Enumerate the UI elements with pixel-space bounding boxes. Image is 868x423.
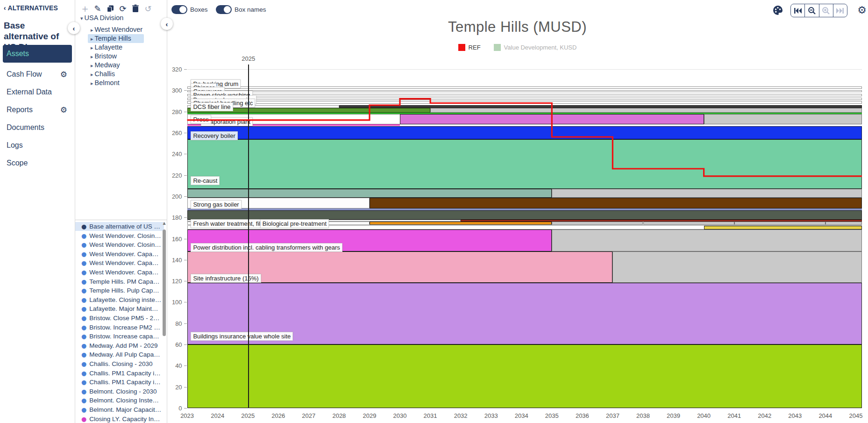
box-orange-row[interactable] [643, 222, 734, 225]
box-power-distribution[interactable] [552, 229, 862, 251]
palette-button[interactable] [772, 4, 784, 16]
skip-end-icon [836, 7, 844, 14]
tree-item-label: Belmont [95, 79, 120, 86]
box-dcs-fiber-line[interactable] [430, 108, 862, 113]
zoom-out-icon [808, 7, 816, 15]
gear-icon[interactable]: ⚙ [60, 70, 67, 79]
box-brown-stock-washing[interactable] [187, 98, 862, 100]
sidebar-item-reports[interactable]: Reports⚙ [0, 101, 75, 119]
copy-icon[interactable] [105, 3, 116, 14]
tree-item-medway[interactable]: ▸Medway [88, 61, 123, 70]
list-item[interactable]: ●Temple Hills. Pulp Cap… [75, 286, 164, 295]
box-re-caust-lower[interactable] [552, 189, 862, 198]
sidebar-item-assets[interactable]: Assets [3, 45, 72, 63]
list-item-label: Challis. PM1 Capacity i… [89, 379, 160, 386]
list-item[interactable]: ●West Wendover. Capa… [75, 268, 164, 277]
zoom-in-button[interactable] [819, 4, 833, 17]
bullet-icon: ● [81, 342, 86, 349]
tree-item-west-wendover[interactable]: ▸West Wendover [88, 25, 145, 34]
list-item[interactable]: ●West Wendover. Capa… [75, 250, 164, 258]
box-orange-row[interactable] [552, 222, 643, 225]
sidebar-item-scope[interactable]: Scope [0, 154, 75, 172]
settings-button[interactable]: ⚙ [855, 3, 868, 16]
box-site-infrastructure[interactable] [612, 251, 861, 283]
scroll-up-icon[interactable]: ▲ [162, 221, 166, 225]
box-chipper[interactable] [187, 90, 862, 93]
box-evaporation-plant[interactable] [400, 114, 704, 124]
tree-collapse-button[interactable]: ‹ [161, 18, 173, 30]
box-recovery-boiler[interactable] [187, 126, 862, 139]
list-item[interactable]: ●Bristow. Increase capa… [75, 332, 164, 341]
list-item[interactable]: ●West Wendover. Closin… [75, 240, 164, 249]
skip-to-end-button[interactable] [833, 4, 847, 17]
list-item[interactable]: ●Medway. Add PM - 2029 [75, 341, 164, 350]
box-strong-gas-boiler[interactable] [370, 198, 862, 208]
list-item[interactable]: ●Belmont. Major Capacit… [75, 405, 164, 414]
tree-item-lafayette[interactable]: ▸Lafayette [88, 43, 125, 52]
x-tick-label: 2036 [568, 412, 596, 419]
undo-icon[interactable]: ↺ [142, 3, 154, 14]
toggle-boxes[interactable] [171, 5, 187, 14]
sidebar-item-cash-flow[interactable]: Cash Flow⚙ [0, 65, 75, 83]
bullet-icon: ● [81, 259, 86, 266]
sidebar-collapse-button[interactable]: ‹ [68, 22, 80, 34]
gear-icon[interactable]: ⚙ [60, 105, 67, 115]
list-item[interactable]: ●Temple Hills. PM Capa… [75, 277, 164, 286]
list-item[interactable]: ●Challis. Closing - 2030 [75, 359, 164, 368]
add-icon[interactable]: + [79, 3, 91, 14]
box-re-caust-lower[interactable] [187, 189, 552, 198]
list-item[interactable]: ●Closing LY. Capacity In… [75, 415, 164, 423]
list-item-label: Belmont. Major Capacit… [89, 406, 161, 413]
box-dark-olive-band[interactable] [187, 210, 862, 219]
edit-icon[interactable]: ✎ [92, 3, 103, 14]
toggle-box-names[interactable] [216, 5, 232, 14]
box-label: Buildings insurance value whole site [191, 332, 293, 341]
tree-item-bristow[interactable]: ▸Bristow [88, 52, 120, 61]
sidebar-item-logs[interactable]: Logs [0, 136, 75, 154]
sidebar-item-label: Scope [7, 159, 28, 167]
delete-icon[interactable] [130, 3, 141, 14]
box-brown-stock-screening[interactable] [187, 101, 862, 104]
sidebar-item-label: Reports [7, 106, 33, 114]
refresh-icon[interactable]: ⟳ [117, 3, 128, 14]
sidebar-item-documents[interactable]: Documents [0, 119, 75, 136]
legend-item-value-development[interactable]: Value Development, KUSD [494, 44, 577, 51]
list-item[interactable]: ●Lafayette. Major Maint… [75, 304, 164, 313]
list-item[interactable]: ●Challis. PM1 Capacity i… [75, 369, 164, 378]
list-item[interactable]: ●Lafayette. Closing inste… [75, 295, 164, 304]
box-base-site-value[interactable] [187, 344, 862, 408]
box-conveyors[interactable] [187, 94, 862, 96]
list-item[interactable]: ●Base alternative of US … [75, 222, 164, 231]
list-item[interactable]: ●Belmont. Closing Inste… [75, 396, 164, 405]
list-item[interactable]: ●Challis. PM1 Capacity i… [75, 378, 164, 387]
scrollbar-thumb[interactable] [163, 229, 166, 336]
y-tick-mark [184, 90, 187, 91]
box-orange-row[interactable] [825, 222, 862, 225]
list-item[interactable]: ●Bristow. Increase PM2 … [75, 323, 164, 332]
box-orange-row[interactable] [370, 222, 552, 225]
alternatives-back-link[interactable]: ‹ ALTERNATIVES [4, 4, 58, 12]
tree-item-temple-hills[interactable]: ▸Temple Hills [88, 34, 144, 43]
list-item[interactable]: ●Belmont. Closing - 2030 [75, 387, 164, 396]
box-evaporation-plant[interactable] [704, 114, 862, 124]
tree-root-usa-division[interactable]: ▾USA Division [80, 14, 123, 22]
sidebar-item-label: External Data [7, 88, 52, 96]
x-tick-label: 2027 [295, 412, 323, 419]
tree-item-belmont[interactable]: ▸Belmont [88, 79, 122, 87]
list-item[interactable]: ●West Wendover. Closin… [75, 231, 164, 240]
list-item-label: Challis. Closing - 2030 [89, 360, 152, 367]
box-de-barking-drum[interactable] [187, 86, 862, 89]
zoom-out-button[interactable] [805, 4, 819, 17]
list-item-label: Temple Hills. PM Capa… [89, 278, 159, 285]
tree-item-label: Medway [95, 61, 120, 69]
list-item[interactable]: ●Medway. All Pulp Capa… [75, 350, 164, 359]
box-re-caust[interactable] [187, 139, 862, 189]
list-item[interactable]: ●West Wendover. Capa… [75, 258, 164, 267]
list-item[interactable]: ●Bristow. Close PM5 - 2… [75, 314, 164, 323]
box-yellow-box[interactable] [704, 226, 862, 229]
box-orange-row[interactable] [734, 222, 825, 225]
legend-item-ref[interactable]: REF [458, 44, 481, 51]
tree-item-challis[interactable]: ▸Challis [88, 70, 118, 79]
skip-to-start-button[interactable] [791, 4, 805, 17]
sidebar-item-external-data[interactable]: External Data [0, 83, 75, 101]
